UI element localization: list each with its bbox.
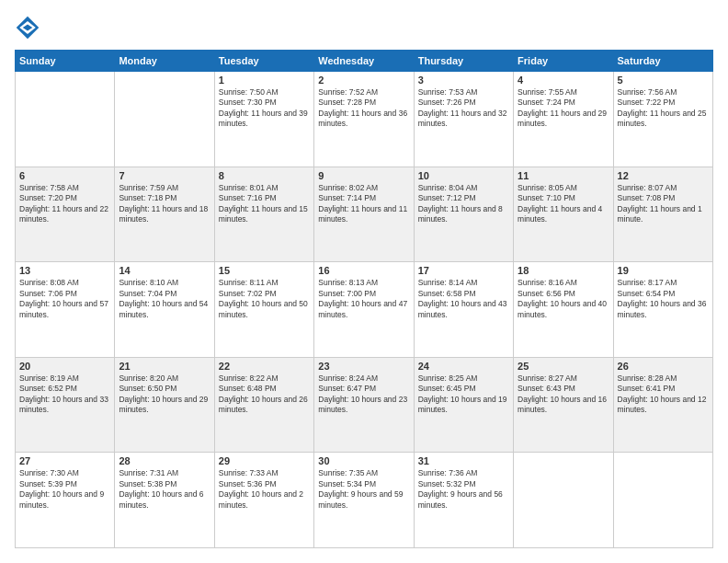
weekday-header: Friday (514, 51, 613, 72)
calendar-cell: 24Sunrise: 8:25 AMSunset: 6:45 PMDayligh… (414, 357, 513, 453)
day-number: 16 (318, 265, 409, 276)
calendar-cell: 9Sunrise: 8:02 AMSunset: 7:14 PMDaylight… (314, 167, 414, 262)
calendar-week-row: 6Sunrise: 7:58 AMSunset: 7:20 PMDaylight… (16, 167, 713, 262)
day-number: 31 (418, 455, 509, 466)
day-info: Sunrise: 8:17 AMSunset: 6:54 PMDaylight:… (618, 278, 709, 320)
weekday-header: Sunday (16, 51, 115, 72)
day-info: Sunrise: 7:52 AMSunset: 7:28 PMDaylight:… (318, 87, 409, 130)
calendar-cell: 31Sunrise: 7:36 AMSunset: 5:32 PMDayligh… (414, 453, 513, 548)
calendar-cell: 29Sunrise: 7:33 AMSunset: 5:36 PMDayligh… (214, 453, 313, 548)
day-info: Sunrise: 7:58 AMSunset: 7:20 PMDaylight:… (19, 183, 110, 225)
weekday-header: Thursday (414, 51, 513, 72)
calendar-cell: 20Sunrise: 8:19 AMSunset: 6:52 PMDayligh… (16, 357, 115, 453)
calendar-cell: 4Sunrise: 7:55 AMSunset: 7:24 PMDaylight… (514, 72, 613, 167)
day-number: 12 (618, 170, 709, 181)
day-info: Sunrise: 8:10 AMSunset: 7:04 PMDaylight:… (119, 278, 210, 320)
day-number: 1 (219, 75, 310, 86)
day-info: Sunrise: 8:24 AMSunset: 6:47 PMDaylight:… (318, 373, 409, 416)
calendar-cell: 10Sunrise: 8:04 AMSunset: 7:12 PMDayligh… (414, 167, 513, 262)
day-info: Sunrise: 7:33 AMSunset: 5:36 PMDaylight:… (219, 468, 310, 511)
calendar-cell: 5Sunrise: 7:56 AMSunset: 7:22 PMDaylight… (613, 72, 712, 167)
day-info: Sunrise: 8:16 AMSunset: 6:56 PMDaylight:… (518, 278, 609, 320)
day-number: 24 (418, 361, 509, 372)
calendar-cell (514, 453, 613, 548)
day-info: Sunrise: 8:25 AMSunset: 6:45 PMDaylight:… (418, 373, 509, 416)
day-number: 5 (618, 75, 709, 86)
day-info: Sunrise: 7:55 AMSunset: 7:24 PMDaylight:… (518, 87, 609, 130)
weekday-header-row: SundayMondayTuesdayWednesdayThursdayFrid… (16, 51, 713, 72)
day-number: 8 (219, 170, 310, 181)
day-info: Sunrise: 8:20 AMSunset: 6:50 PMDaylight:… (119, 373, 210, 416)
header (15, 15, 713, 40)
day-number: 21 (119, 361, 210, 372)
day-number: 22 (219, 361, 310, 372)
day-number: 29 (219, 455, 310, 466)
day-number: 28 (119, 455, 210, 466)
day-info: Sunrise: 8:13 AMSunset: 7:00 PMDaylight:… (318, 278, 409, 320)
day-info: Sunrise: 8:02 AMSunset: 7:14 PMDaylight:… (318, 183, 409, 225)
calendar: SundayMondayTuesdayWednesdayThursdayFrid… (15, 50, 713, 548)
day-number: 25 (518, 361, 609, 372)
calendar-week-row: 13Sunrise: 8:08 AMSunset: 7:06 PMDayligh… (16, 262, 713, 358)
day-info: Sunrise: 7:30 AMSunset: 5:39 PMDaylight:… (19, 468, 110, 511)
calendar-cell: 23Sunrise: 8:24 AMSunset: 6:47 PMDayligh… (314, 357, 414, 453)
calendar-cell: 13Sunrise: 8:08 AMSunset: 7:06 PMDayligh… (16, 262, 115, 358)
day-info: Sunrise: 8:01 AMSunset: 7:16 PMDaylight:… (219, 183, 310, 225)
day-info: Sunrise: 7:36 AMSunset: 5:32 PMDaylight:… (418, 468, 509, 511)
calendar-cell: 6Sunrise: 7:58 AMSunset: 7:20 PMDaylight… (16, 167, 115, 262)
day-number: 3 (418, 75, 509, 86)
day-number: 4 (518, 75, 609, 86)
calendar-cell (613, 453, 712, 548)
day-number: 15 (219, 265, 310, 276)
day-info: Sunrise: 8:27 AMSunset: 6:43 PMDaylight:… (518, 373, 609, 416)
day-info: Sunrise: 8:08 AMSunset: 7:06 PMDaylight:… (19, 278, 110, 320)
day-number: 2 (318, 75, 409, 86)
day-info: Sunrise: 7:56 AMSunset: 7:22 PMDaylight:… (618, 87, 709, 130)
calendar-cell: 28Sunrise: 7:31 AMSunset: 5:38 PMDayligh… (115, 453, 214, 548)
calendar-cell: 8Sunrise: 8:01 AMSunset: 7:16 PMDaylight… (214, 167, 313, 262)
calendar-week-row: 20Sunrise: 8:19 AMSunset: 6:52 PMDayligh… (16, 357, 713, 453)
weekday-header: Tuesday (214, 51, 313, 72)
calendar-cell: 30Sunrise: 7:35 AMSunset: 5:34 PMDayligh… (314, 453, 414, 548)
calendar-cell (115, 72, 214, 167)
calendar-cell: 12Sunrise: 8:07 AMSunset: 7:08 PMDayligh… (613, 167, 712, 262)
day-info: Sunrise: 7:50 AMSunset: 7:30 PMDaylight:… (219, 87, 310, 130)
calendar-cell: 22Sunrise: 8:22 AMSunset: 6:48 PMDayligh… (214, 357, 313, 453)
day-info: Sunrise: 8:11 AMSunset: 7:02 PMDaylight:… (219, 278, 310, 320)
day-info: Sunrise: 7:53 AMSunset: 7:26 PMDaylight:… (418, 87, 509, 130)
day-number: 10 (418, 170, 509, 181)
calendar-cell: 21Sunrise: 8:20 AMSunset: 6:50 PMDayligh… (115, 357, 214, 453)
page: SundayMondayTuesdayWednesdayThursdayFrid… (0, 0, 728, 563)
calendar-cell: 14Sunrise: 8:10 AMSunset: 7:04 PMDayligh… (115, 262, 214, 358)
day-number: 13 (19, 265, 110, 276)
calendar-cell: 25Sunrise: 8:27 AMSunset: 6:43 PMDayligh… (514, 357, 613, 453)
calendar-cell: 7Sunrise: 7:59 AMSunset: 7:18 PMDaylight… (115, 167, 214, 262)
day-number: 20 (19, 361, 110, 372)
day-number: 17 (418, 265, 509, 276)
calendar-cell: 15Sunrise: 8:11 AMSunset: 7:02 PMDayligh… (214, 262, 313, 358)
weekday-header: Saturday (613, 51, 712, 72)
calendar-cell: 2Sunrise: 7:52 AMSunset: 7:28 PMDaylight… (314, 72, 414, 167)
calendar-cell: 16Sunrise: 8:13 AMSunset: 7:00 PMDayligh… (314, 262, 414, 358)
weekday-header: Wednesday (314, 51, 414, 72)
logo-icon (15, 15, 40, 40)
day-info: Sunrise: 8:07 AMSunset: 7:08 PMDaylight:… (618, 183, 709, 225)
day-number: 6 (19, 170, 110, 181)
day-info: Sunrise: 8:19 AMSunset: 6:52 PMDaylight:… (19, 373, 110, 416)
day-info: Sunrise: 8:28 AMSunset: 6:41 PMDaylight:… (618, 373, 709, 416)
day-number: 26 (618, 361, 709, 372)
day-info: Sunrise: 8:22 AMSunset: 6:48 PMDaylight:… (219, 373, 310, 416)
day-info: Sunrise: 7:31 AMSunset: 5:38 PMDaylight:… (119, 468, 210, 511)
calendar-week-row: 27Sunrise: 7:30 AMSunset: 5:39 PMDayligh… (16, 453, 713, 548)
day-info: Sunrise: 7:59 AMSunset: 7:18 PMDaylight:… (119, 183, 210, 225)
weekday-header: Monday (115, 51, 214, 72)
day-number: 27 (19, 455, 110, 466)
day-number: 30 (318, 455, 409, 466)
day-info: Sunrise: 7:35 AMSunset: 5:34 PMDaylight:… (318, 468, 409, 511)
day-number: 19 (618, 265, 709, 276)
calendar-week-row: 1Sunrise: 7:50 AMSunset: 7:30 PMDaylight… (16, 72, 713, 167)
day-info: Sunrise: 8:05 AMSunset: 7:10 PMDaylight:… (518, 183, 609, 225)
calendar-cell (16, 72, 115, 167)
day-info: Sunrise: 8:14 AMSunset: 6:58 PMDaylight:… (418, 278, 509, 320)
calendar-cell: 18Sunrise: 8:16 AMSunset: 6:56 PMDayligh… (514, 262, 613, 358)
